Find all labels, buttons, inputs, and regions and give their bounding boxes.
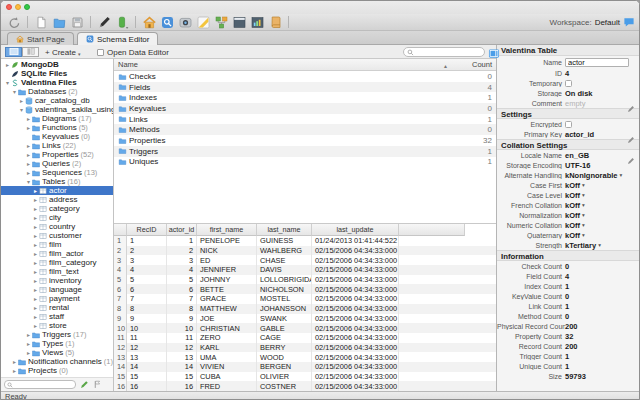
grid-cell[interactable]: 12 xyxy=(167,343,197,353)
chevron-right-icon[interactable]: ▸ xyxy=(25,340,32,347)
schema-list-header[interactable]: Name ▲ Count xyxy=(114,59,496,71)
grid-cell[interactable]: BERGEN xyxy=(257,362,312,372)
dropdown-stepper-icon[interactable]: ▾ xyxy=(582,182,585,188)
flag-icon[interactable] xyxy=(92,380,102,390)
schema-list-item-triggers[interactable]: Triggers1 xyxy=(114,146,496,157)
grid-cell[interactable]: 7 xyxy=(167,294,197,304)
chevron-right-icon[interactable]: ▸ xyxy=(4,61,11,68)
chevron-right-icon[interactable]: ▸ xyxy=(32,268,39,275)
grid-cell[interactable]: 8 xyxy=(167,304,197,314)
book-icon[interactable] xyxy=(267,15,283,30)
grid-cell[interactable]: WOOD xyxy=(257,352,312,362)
sidebar-item-sequences[interactable]: ▸Sequences(13) xyxy=(1,168,113,177)
zoom-window-button[interactable] xyxy=(24,4,30,10)
grid-cell[interactable]: WAHLBERG xyxy=(257,246,312,256)
grid-cell[interactable]: 12 xyxy=(127,343,167,353)
dropdown-stepper-icon[interactable]: ▾ xyxy=(582,222,585,228)
grid-cell[interactable]: 02/15/2006 04:34:33:000 xyxy=(312,343,399,353)
grid-cell[interactable]: 5 xyxy=(167,275,197,285)
grid-cell[interactable]: 02/15/2006 04:34:33:000 xyxy=(312,246,399,256)
chevron-right-icon[interactable]: ▸ xyxy=(25,124,32,131)
sidebar-item-valentina-sakila-using-fo[interactable]: ▾valentina_sakila_using_fo... xyxy=(1,105,113,114)
sidebar-item-functions[interactable]: ▸Functions(5) xyxy=(1,123,113,132)
grid-row[interactable]: 444JENNIFERDAVIS02/15/2006 04:34:33:000 xyxy=(114,265,496,275)
chevron-right-icon[interactable]: ▸ xyxy=(32,304,39,311)
grid-cell[interactable]: 16 xyxy=(167,381,197,391)
grid-row[interactable]: 333EDCHASE02/15/2006 04:34:33:000 xyxy=(114,255,496,265)
new-document-icon[interactable] xyxy=(33,15,49,30)
chevron-right-icon[interactable]: ▸ xyxy=(32,205,39,212)
name-input[interactable] xyxy=(565,58,629,67)
schema-list-item-indexes[interactable]: Indexes1 xyxy=(114,92,496,103)
grid-cell[interactable]: DAVIS xyxy=(257,265,312,275)
data-editor-icon[interactable] xyxy=(177,15,193,30)
grid-cell[interactable]: 02/15/2006 04:34:33:000 xyxy=(312,275,399,285)
temporary-checkbox[interactable] xyxy=(565,80,572,87)
grid-cell[interactable]: 9 xyxy=(127,314,167,324)
tab-start-page[interactable]: Start Page xyxy=(7,32,74,45)
grid-cell[interactable]: 8 xyxy=(127,304,167,314)
chevron-right-icon[interactable]: ▸ xyxy=(32,223,39,230)
grid-cell[interactable]: 10 xyxy=(167,323,197,333)
sidebar-item-customer[interactable]: ▸customer xyxy=(1,231,113,240)
sidebar-item-film-text[interactable]: ▸film_text xyxy=(1,267,113,276)
chevron-down-icon[interactable]: ▾ xyxy=(18,106,25,113)
sidebar-item-film-actor[interactable]: ▸film_actor xyxy=(1,249,113,258)
schema-list-item-fields[interactable]: Fields4 xyxy=(114,82,496,93)
grid-cell[interactable]: LOLLOBRIGIDA xyxy=(257,275,312,285)
tab-schema-editor[interactable]: Schema Editor xyxy=(77,32,158,45)
chevron-right-icon[interactable]: ▸ xyxy=(32,187,39,194)
sidebar-item-sqlite-files[interactable]: SQLite Files xyxy=(1,69,113,78)
grid-cell[interactable]: ED xyxy=(197,255,257,265)
sidebar-item-car-catalog-db[interactable]: ▸car_catalog_db xyxy=(1,96,113,105)
close-window-button[interactable] xyxy=(6,4,12,10)
view-mode-columns-button[interactable] xyxy=(22,47,39,57)
chevron-right-icon[interactable]: ▸ xyxy=(25,142,32,149)
grid-cell[interactable]: 02/15/2006 04:34:33:000 xyxy=(312,372,399,382)
grid-row[interactable]: 999JOESWANK02/15/2006 04:34:33:000 xyxy=(114,314,496,324)
grid-cell[interactable]: 14 xyxy=(167,362,197,372)
grid-cell[interactable]: 15 xyxy=(167,372,197,382)
sidebar-item-keyvalues[interactable]: Keyvalues(0) xyxy=(1,132,113,141)
grid-cell[interactable]: CHASE xyxy=(257,255,312,265)
grid-cell[interactable]: 02/15/2006 04:34:33:000 xyxy=(312,314,399,324)
sidebar-item-staff[interactable]: ▸staff xyxy=(1,312,113,321)
column-header-last-update[interactable]: last_update xyxy=(312,224,399,236)
grid-cell[interactable]: BETTE xyxy=(197,284,257,294)
schema-list-item-properties[interactable]: Properties32 xyxy=(114,135,496,146)
grid-cell[interactable]: JENNIFER xyxy=(197,265,257,275)
grid-cell[interactable]: COSTNER xyxy=(257,381,312,391)
sidebar-item-film-category[interactable]: ▸film_category xyxy=(1,258,113,267)
grid-cell[interactable]: MOSTEL xyxy=(257,294,312,304)
grid-cell[interactable]: 11 xyxy=(167,333,197,343)
chevron-right-icon[interactable]: ▸ xyxy=(32,250,39,257)
chevron-right-icon[interactable]: ▸ xyxy=(25,115,32,122)
chevron-right-icon[interactable]: ▸ xyxy=(32,277,39,284)
grid-cell[interactable]: 02/15/2006 04:34:33:000 xyxy=(312,265,399,275)
grid-cell[interactable]: 10 xyxy=(127,323,167,333)
chevron-right-icon[interactable]: ▸ xyxy=(32,241,39,248)
open-data-editor-option[interactable]: Open Data Editor xyxy=(97,45,169,59)
sidebar-item-payment[interactable]: ▸payment xyxy=(1,294,113,303)
grid-cell[interactable]: UMA xyxy=(197,352,257,362)
grid-cell[interactable]: OLIVIER xyxy=(257,372,312,382)
diagram-icon[interactable] xyxy=(213,15,229,30)
schema-search-input[interactable] xyxy=(403,47,485,57)
edit-pencil-icon[interactable] xyxy=(627,130,636,139)
grid-cell[interactable]: 11 xyxy=(127,333,167,343)
chevron-right-icon[interactable]: ▸ xyxy=(18,97,25,104)
grid-cell[interactable]: 02/15/2006 04:34:33:000 xyxy=(312,294,399,304)
sidebar-item-language[interactable]: ▸language xyxy=(1,285,113,294)
schema-list-item-uniques[interactable]: Uniques1 xyxy=(114,157,496,168)
grid-row[interactable]: 151515CUBAOLIVIER02/15/2006 04:34:33:000 xyxy=(114,372,496,382)
sidebar-item-triggers[interactable]: ▸Triggers(17) xyxy=(1,330,113,339)
sidebar-item-film[interactable]: ▸film xyxy=(1,240,113,249)
chevron-right-icon[interactable]: ▸ xyxy=(32,295,39,302)
grid-row[interactable]: 777GRACEMOSTEL02/15/2006 04:34:33:000 xyxy=(114,294,496,304)
edit-pencil-green-icon[interactable] xyxy=(79,380,89,390)
sidebar-item-databases[interactable]: ▾Databases(2) xyxy=(1,87,113,96)
edit-pencil-icon[interactable] xyxy=(627,99,636,108)
schema-list-item-keyvalues[interactable]: Keyvalues0 xyxy=(114,103,496,114)
sidebar-item-valentina-files[interactable]: ▾Valentina Files xyxy=(1,78,113,87)
sidebar-item-actor[interactable]: ▸actor xyxy=(1,186,113,195)
